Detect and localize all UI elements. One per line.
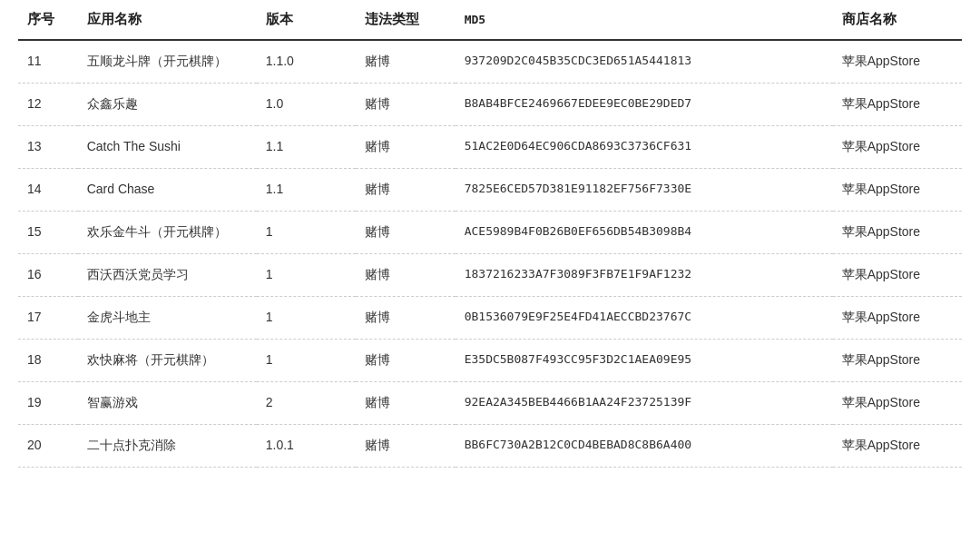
cell-violation: 赌博 <box>356 340 455 382</box>
cell-version: 2 <box>257 382 356 425</box>
table-row: 12众鑫乐趣1.0赌博B8AB4BFCE2469667EDEE9EC0BE29D… <box>18 84 962 126</box>
cell-store: 苹果AppStore <box>833 425 962 468</box>
cell-version: 1 <box>257 254 356 297</box>
cell-name: 欢快麻将（开元棋牌） <box>78 340 257 382</box>
cell-store: 苹果AppStore <box>833 212 962 254</box>
cell-violation: 赌博 <box>356 84 455 126</box>
cell-md5: BB6FC730A2B12C0CD4BEBAD8C8B6A400 <box>456 425 833 468</box>
cell-seq: 18 <box>18 340 78 382</box>
cell-violation: 赌博 <box>356 126 455 169</box>
cell-md5: 0B1536079E9F25E4FD41AECCBD23767C <box>456 297 833 340</box>
cell-store: 苹果AppStore <box>833 297 962 340</box>
cell-md5: 937209D2C045B35CDC3ED651A5441813 <box>456 40 833 84</box>
cell-violation: 赌博 <box>356 254 455 297</box>
table-row: 19智赢游戏2赌博92EA2A345BEB4466B1AA24F23725139… <box>18 382 962 425</box>
cell-name: 金虎斗地主 <box>78 297 257 340</box>
cell-seq: 20 <box>18 425 78 468</box>
cell-seq: 13 <box>18 126 78 169</box>
cell-version: 1 <box>257 297 356 340</box>
cell-name: Card Chase <box>78 169 257 212</box>
cell-store: 苹果AppStore <box>833 169 962 212</box>
cell-md5: E35DC5B087F493CC95F3D2C1AEA09E95 <box>456 340 833 382</box>
table-row: 11五顺龙斗牌（开元棋牌）1.1.0赌博937209D2C045B35CDC3E… <box>18 40 962 84</box>
cell-md5: ACE5989B4F0B26B0EF656DB54B3098B4 <box>456 212 833 254</box>
cell-store: 苹果AppStore <box>833 382 962 425</box>
cell-store: 苹果AppStore <box>833 126 962 169</box>
cell-version: 1.1 <box>257 169 356 212</box>
header-store: 商店名称 <box>833 0 962 40</box>
cell-name: 五顺龙斗牌（开元棋牌） <box>78 40 257 84</box>
cell-md5: B8AB4BFCE2469667EDEE9EC0BE29DED7 <box>456 84 833 126</box>
cell-violation: 赌博 <box>356 169 455 212</box>
cell-name: 欢乐金牛斗（开元棋牌） <box>78 212 257 254</box>
main-container: 序号 应用名称 版本 违法类型 MD5 商店名称 11五顺龙斗牌（开元棋牌）1.… <box>0 0 980 468</box>
table-row: 18欢快麻将（开元棋牌）1赌博E35DC5B087F493CC95F3D2C1A… <box>18 340 962 382</box>
table-row: 13Catch The Sushi1.1赌博51AC2E0D64EC906CDA… <box>18 126 962 169</box>
table-header-row: 序号 应用名称 版本 违法类型 MD5 商店名称 <box>18 0 962 40</box>
cell-md5: 1837216233A7F3089F3FB7E1F9AF1232 <box>456 254 833 297</box>
cell-version: 1.1 <box>257 126 356 169</box>
cell-store: 苹果AppStore <box>833 84 962 126</box>
cell-violation: 赌博 <box>356 382 455 425</box>
cell-name: 众鑫乐趣 <box>78 84 257 126</box>
cell-name: 西沃西沃党员学习 <box>78 254 257 297</box>
cell-violation: 赌博 <box>356 297 455 340</box>
cell-violation: 赌博 <box>356 212 455 254</box>
cell-version: 1.1.0 <box>257 40 356 84</box>
cell-version: 1.0.1 <box>257 425 356 468</box>
cell-version: 1.0 <box>257 84 356 126</box>
table-row: 15欢乐金牛斗（开元棋牌）1赌博ACE5989B4F0B26B0EF656DB5… <box>18 212 962 254</box>
cell-version: 1 <box>257 212 356 254</box>
table-row: 16西沃西沃党员学习1赌博1837216233A7F3089F3FB7E1F9A… <box>18 254 962 297</box>
table-row: 14Card Chase1.1赌博7825E6CED57D381E91182EF… <box>18 169 962 212</box>
cell-md5: 7825E6CED57D381E91182EF756F7330E <box>456 169 833 212</box>
header-md5: MD5 <box>456 0 833 40</box>
header-name: 应用名称 <box>78 0 257 40</box>
cell-name: 智赢游戏 <box>78 382 257 425</box>
cell-name: Catch The Sushi <box>78 126 257 169</box>
cell-name: 二十点扑克消除 <box>78 425 257 468</box>
cell-md5: 51AC2E0D64EC906CDA8693C3736CF631 <box>456 126 833 169</box>
cell-version: 1 <box>257 340 356 382</box>
cell-store: 苹果AppStore <box>833 340 962 382</box>
cell-seq: 19 <box>18 382 78 425</box>
cell-seq: 11 <box>18 40 78 84</box>
cell-store: 苹果AppStore <box>833 254 962 297</box>
data-table: 序号 应用名称 版本 违法类型 MD5 商店名称 11五顺龙斗牌（开元棋牌）1.… <box>18 0 962 468</box>
cell-seq: 14 <box>18 169 78 212</box>
table-row: 20二十点扑克消除1.0.1赌博BB6FC730A2B12C0CD4BEBAD8… <box>18 425 962 468</box>
cell-seq: 15 <box>18 212 78 254</box>
header-violation: 违法类型 <box>356 0 455 40</box>
cell-md5: 92EA2A345BEB4466B1AA24F23725139F <box>456 382 833 425</box>
cell-seq: 12 <box>18 84 78 126</box>
header-seq: 序号 <box>18 0 78 40</box>
table-row: 17金虎斗地主1赌博0B1536079E9F25E4FD41AECCBD2376… <box>18 297 962 340</box>
cell-store: 苹果AppStore <box>833 40 962 84</box>
cell-violation: 赌博 <box>356 40 455 84</box>
cell-violation: 赌博 <box>356 425 455 468</box>
cell-seq: 16 <box>18 254 78 297</box>
header-version: 版本 <box>257 0 356 40</box>
cell-seq: 17 <box>18 297 78 340</box>
